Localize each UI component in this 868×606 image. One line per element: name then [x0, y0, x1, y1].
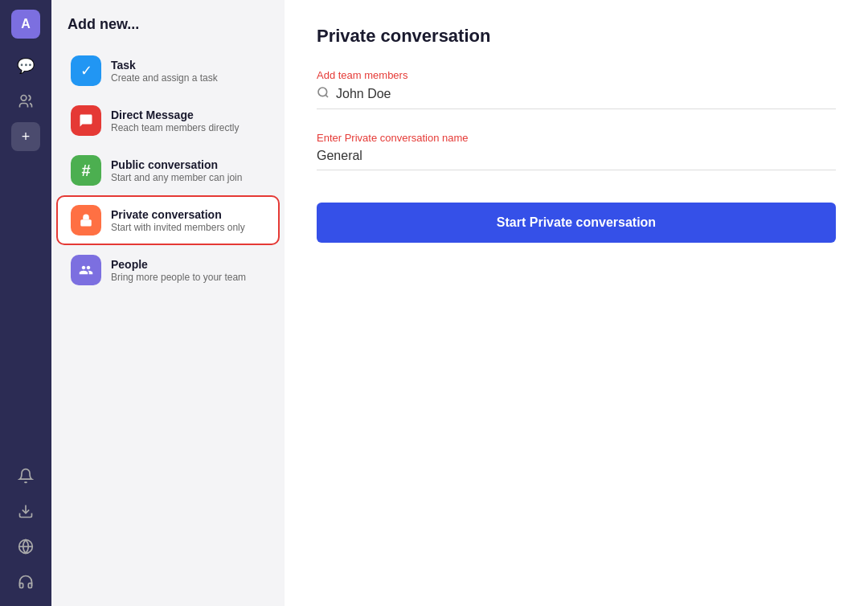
- add-members-label: Add team members: [317, 69, 836, 81]
- add-members-section: Add team members: [317, 69, 836, 109]
- menu-item-public-conversation[interactable]: # Public conversation Start and any memb…: [58, 147, 278, 194]
- task-desc: Create and assign a task: [111, 72, 218, 84]
- name-label: Enter Private conversation name: [317, 132, 836, 144]
- svg-rect-4: [80, 219, 92, 226]
- download-icon[interactable]: [11, 497, 40, 526]
- menu-item-direct-message[interactable]: Direct Message Reach team members direct…: [58, 97, 278, 144]
- chat-icon[interactable]: 💬: [11, 51, 40, 80]
- private-conversation-icon: [71, 205, 101, 235]
- task-label: Task: [111, 59, 218, 72]
- menu-item-people[interactable]: People Bring more people to your team: [58, 247, 278, 293]
- menu-item-task[interactable]: ✓ Task Create and assign a task: [58, 47, 278, 94]
- contacts-icon[interactable]: [11, 87, 40, 116]
- dm-label: Direct Message: [111, 109, 239, 121]
- people-icon: [71, 255, 101, 285]
- avatar: A: [11, 10, 40, 39]
- menu-title: Add new...: [51, 16, 285, 46]
- search-input-wrap: [317, 86, 836, 109]
- headset-icon[interactable]: [11, 567, 40, 596]
- people-label: People: [111, 258, 246, 271]
- svg-line-6: [326, 95, 328, 97]
- bell-icon[interactable]: [11, 461, 40, 490]
- name-section: Enter Private conversation name: [317, 132, 836, 170]
- public-desc: Start and any member can join: [111, 172, 242, 183]
- conversation-name-input[interactable]: [317, 149, 836, 163]
- dm-desc: Reach team members directly: [111, 122, 239, 133]
- form-title: Private conversation: [317, 26, 836, 47]
- sidebar-nav: A 💬 +: [0, 0, 51, 606]
- menu-item-private-conversation[interactable]: Private conversation Start with invited …: [58, 197, 278, 244]
- globe-icon[interactable]: [11, 532, 40, 561]
- search-icon: [317, 86, 330, 102]
- public-conversation-icon: #: [71, 155, 101, 186]
- name-input-wrap: [317, 149, 836, 170]
- search-input[interactable]: [336, 87, 836, 101]
- add-new-icon[interactable]: +: [11, 122, 40, 151]
- private-desc: Start with invited members only: [111, 222, 245, 233]
- task-icon: ✓: [71, 55, 101, 86]
- menu-panel: Add new... ✓ Task Create and assign a ta…: [51, 0, 285, 606]
- people-desc: Bring more people to your team: [111, 272, 246, 283]
- direct-message-icon: [71, 105, 101, 136]
- private-label: Private conversation: [111, 208, 245, 221]
- svg-point-0: [21, 96, 27, 101]
- svg-point-5: [318, 88, 327, 96]
- public-label: Public conversation: [111, 158, 242, 171]
- start-private-conversation-button[interactable]: Start Private conversation: [317, 203, 836, 243]
- main-content: Private conversation Add team members En…: [285, 0, 868, 606]
